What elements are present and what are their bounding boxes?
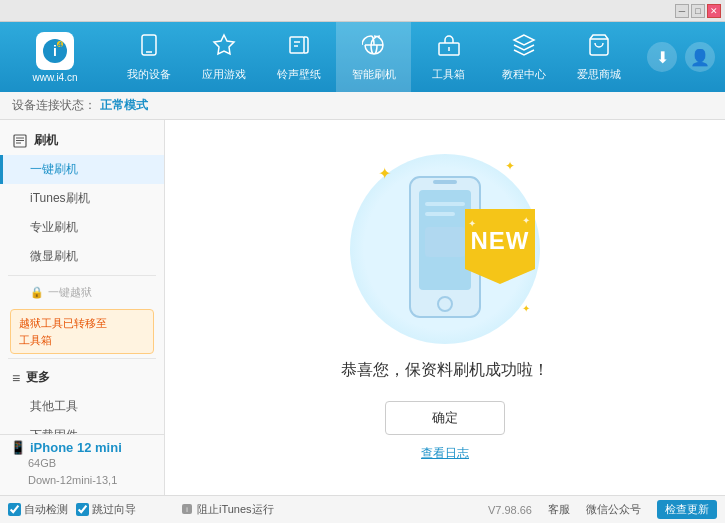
sidebar-info-text: 越狱工具已转移至工具箱: [19, 317, 107, 346]
success-message: 恭喜您，保资料刷机成功啦！: [341, 360, 549, 381]
skip-wizard-label: 跳过向导: [92, 502, 136, 517]
shop-icon: [587, 33, 611, 63]
svg-rect-22: [425, 212, 455, 216]
check-update-btn[interactable]: 检查更新: [657, 500, 717, 519]
main-layout: 刷机 一键刷机 iTunes刷机 专业刷机 微显刷机 🔒 一键越狱 越狱工具已转…: [0, 120, 725, 495]
cancel-link[interactable]: 查看日志: [421, 445, 469, 462]
bottom-left: 自动检测 跳过向导: [8, 502, 173, 517]
jailbreak-section-label: 一键越狱: [48, 285, 92, 300]
minimize-btn[interactable]: ─: [675, 4, 689, 18]
sidebar-section-more: ≡ 更多: [0, 363, 164, 392]
download-firmware-label: 下载固件: [30, 427, 78, 434]
sidebar-item-micro-flash[interactable]: 微显刷机: [0, 242, 164, 271]
my-device-icon: [137, 33, 161, 63]
flash-section-label: 刷机: [34, 132, 58, 149]
sidebar-item-other-tools[interactable]: 其他工具: [0, 392, 164, 421]
nav-smart-flash[interactable]: 智能刷机: [336, 22, 411, 92]
device-name: 📱 iPhone 12 mini: [10, 440, 154, 455]
svg-text:NEW: NEW: [471, 227, 530, 254]
customer-service-link[interactable]: 客服: [548, 502, 570, 517]
new-ribbon: NEW ✦ ✦: [460, 209, 540, 287]
ringtones-icon: [287, 33, 311, 63]
success-illustration: ✦ ✦ ✦ NEW ✦ ✦: [340, 154, 550, 344]
nav-shop[interactable]: 爱思商城: [561, 22, 636, 92]
svg-rect-23: [425, 227, 465, 257]
itunes-icon: i: [181, 503, 193, 517]
sparkle-bottom: ✦: [522, 303, 530, 314]
sparkle-right: ✦: [505, 159, 515, 173]
nav-toolbox-label: 工具箱: [432, 67, 465, 82]
sidebar-item-download-firmware[interactable]: 下载固件: [0, 421, 164, 434]
download-btn[interactable]: ⬇: [647, 42, 677, 72]
svg-text:4: 4: [58, 41, 62, 48]
auto-detect-label: 自动检测: [24, 502, 68, 517]
nav-shop-label: 爱思商城: [577, 67, 621, 82]
bottom-bar: 自动检测 跳过向导 i 阻止iTunes运行 V7.98.66 客服 微信公众号…: [0, 495, 725, 523]
auto-detect-checkbox[interactable]: 自动检测: [8, 502, 68, 517]
top-nav: i 4 www.i4.cn 我的设备 应用游戏: [0, 22, 725, 92]
itunes-bar-section: i 阻止iTunes运行: [173, 502, 274, 517]
sidebar-divider-2: [8, 358, 156, 359]
sidebar-section-flash: 刷机: [0, 126, 164, 155]
sparkle-left: ✦: [378, 164, 391, 183]
svg-text:✦: ✦: [468, 218, 476, 229]
flash-section-icon: [12, 133, 28, 149]
phone-icon: 📱: [10, 440, 26, 455]
itunes-label: 阻止iTunes运行: [197, 502, 274, 517]
nav-tutorial[interactable]: 教程中心: [486, 22, 561, 92]
wechat-link[interactable]: 微信公众号: [586, 502, 641, 517]
nav-apps-games[interactable]: 应用游戏: [186, 22, 261, 92]
skip-wizard-checkbox[interactable]: 跳过向导: [76, 502, 136, 517]
more-icon: ≡: [12, 370, 20, 386]
sidebar-info-box: 越狱工具已转移至工具箱: [10, 309, 154, 354]
window-controls: ─ □ ✕: [675, 4, 721, 18]
logo-icon: i 4: [36, 32, 74, 70]
nav-ringtones[interactable]: 铃声壁纸: [261, 22, 336, 92]
micro-flash-label: 微显刷机: [30, 248, 78, 265]
device-version: Down-12mini-13,1: [28, 472, 154, 490]
auto-detect-input[interactable]: [8, 503, 21, 516]
close-btn[interactable]: ✕: [707, 4, 721, 18]
sidebar-divider-1: [8, 275, 156, 276]
version-text: V7.98.66: [488, 504, 532, 516]
content-area: ✦ ✦ ✦ NEW ✦ ✦ 恭喜您，保资料刷机成功啦！ 确定 查看日志: [165, 120, 725, 495]
onekey-flash-label: 一键刷机: [30, 161, 78, 178]
tutorial-icon: [512, 33, 536, 63]
sidebar-locked-jailbreak: 🔒 一键越狱: [0, 280, 164, 305]
logo-url: www.i4.cn: [32, 72, 77, 83]
other-tools-label: 其他工具: [30, 398, 78, 415]
sidebar-item-pro-flash[interactable]: 专业刷机: [0, 213, 164, 242]
status-value: 正常模式: [100, 97, 148, 114]
smart-flash-icon: [362, 33, 386, 63]
title-bar: ─ □ ✕: [0, 0, 725, 22]
device-storage: 64GB: [28, 455, 154, 473]
nav-apps-label: 应用游戏: [202, 67, 246, 82]
svg-text:i: i: [53, 43, 57, 59]
bottom-right: V7.98.66 客服 微信公众号 检查更新: [274, 500, 717, 519]
nav-smart-flash-label: 智能刷机: [352, 67, 396, 82]
sidebar-item-onekey-flash[interactable]: 一键刷机: [0, 155, 164, 184]
lock-icon: 🔒: [30, 286, 44, 299]
itunes-flash-label: iTunes刷机: [30, 190, 90, 207]
toolbox-icon: [437, 33, 461, 63]
maximize-btn[interactable]: □: [691, 4, 705, 18]
nav-ringtones-label: 铃声壁纸: [277, 67, 321, 82]
sidebar-wrapper: 刷机 一键刷机 iTunes刷机 专业刷机 微显刷机 🔒 一键越狱 越狱工具已转…: [0, 120, 165, 495]
nav-toolbox[interactable]: 工具箱: [411, 22, 486, 92]
svg-text:✦: ✦: [522, 215, 530, 226]
status-bar: 设备连接状态： 正常模式: [0, 92, 725, 120]
svg-rect-21: [425, 202, 465, 206]
more-section-label: 更多: [26, 369, 50, 386]
nav-my-device-label: 我的设备: [127, 67, 171, 82]
apps-games-icon: [212, 33, 236, 63]
account-btn[interactable]: 👤: [685, 42, 715, 72]
svg-rect-7: [290, 37, 304, 53]
skip-wizard-input[interactable]: [76, 503, 89, 516]
device-details: 64GB Down-12mini-13,1: [10, 455, 154, 490]
sidebar-item-itunes-flash[interactable]: iTunes刷机: [0, 184, 164, 213]
confirm-button[interactable]: 确定: [385, 401, 505, 435]
sidebar-scroll: 刷机 一键刷机 iTunes刷机 专业刷机 微显刷机 🔒 一键越狱 越狱工具已转…: [0, 120, 164, 434]
nav-items: 我的设备 应用游戏 铃声壁纸: [100, 22, 647, 92]
nav-my-device[interactable]: 我的设备: [111, 22, 186, 92]
pro-flash-label: 专业刷机: [30, 219, 78, 236]
